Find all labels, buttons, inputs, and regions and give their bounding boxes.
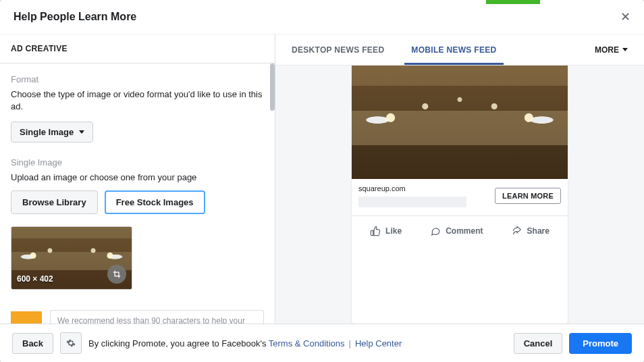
- share-icon: [512, 226, 522, 236]
- comment-label: Comment: [446, 226, 483, 236]
- free-stock-images-button[interactable]: Free Stock Images: [105, 190, 205, 214]
- divider: [352, 215, 568, 216]
- preview-area: squareup.com LEARN MORE Like C: [275, 66, 644, 324]
- promote-button[interactable]: Promote: [569, 333, 632, 354]
- image-thumbnail[interactable]: 600 × 402: [11, 226, 132, 290]
- ad-headline-placeholder: [358, 197, 466, 207]
- comment-icon: [430, 226, 441, 236]
- promote-modal: Help People Learn More ✕ AD CREATIVE For…: [0, 0, 644, 362]
- crop-icon[interactable]: [107, 265, 126, 284]
- left-panel: AD CREATIVE Format Choose the type of im…: [0, 34, 275, 324]
- modal-title: Help People Learn More: [14, 11, 136, 23]
- agree-pre: By clicking Promote, you agree to Facebo…: [88, 338, 269, 348]
- close-icon[interactable]: ✕: [620, 9, 630, 24]
- ad-image: [352, 66, 568, 179]
- share-button[interactable]: Share: [512, 226, 549, 236]
- share-label: Share: [527, 226, 549, 236]
- modal-body: AD CREATIVE Format Choose the type of im…: [0, 34, 644, 324]
- tab-desktop-news-feed[interactable]: DESKTOP NEWS FEED: [292, 36, 384, 64]
- format-value: Single Image: [20, 127, 74, 137]
- agree-text: By clicking Promote, you agree to Facebo…: [88, 338, 402, 348]
- top-accent: [486, 0, 540, 4]
- modal-header: Help People Learn More ✕: [0, 0, 644, 34]
- like-icon: [370, 226, 381, 236]
- settings-button[interactable]: [60, 332, 82, 354]
- pipe: |: [349, 338, 351, 348]
- recommendation-row: We recommend less than 90 characters to …: [11, 310, 264, 324]
- cancel-button[interactable]: Cancel: [514, 333, 563, 354]
- recommendation-text: We recommend less than 90 characters to …: [50, 310, 264, 324]
- tab-mobile-news-feed[interactable]: MOBILE NEWS FEED: [411, 36, 496, 64]
- single-image-desc: Upload an image or choose one from your …: [11, 172, 264, 184]
- like-button[interactable]: Like: [370, 226, 402, 236]
- warning-icon: [11, 311, 42, 324]
- format-dropdown[interactable]: Single Image: [11, 122, 93, 143]
- format-label: Format: [11, 74, 264, 84]
- chevron-down-icon: [622, 48, 628, 51]
- ad-domain: squareup.com: [358, 184, 466, 192]
- terms-link[interactable]: Terms & Conditions: [269, 338, 345, 348]
- preview-tabs: DESKTOP NEWS FEED MOBILE NEWS FEED MORE: [275, 34, 644, 66]
- left-content: Format Choose the type of image or video…: [0, 63, 275, 324]
- more-label: MORE: [595, 45, 619, 55]
- panel-section-title: AD CREATIVE: [0, 34, 275, 63]
- learn-more-button[interactable]: LEARN MORE: [495, 188, 561, 204]
- gear-icon: [66, 338, 76, 348]
- modal-footer: Back By clicking Promote, you agree to F…: [0, 324, 644, 362]
- thumbnail-dimensions: 600 × 402: [17, 274, 53, 284]
- scrollbar-thumb[interactable]: [270, 63, 275, 111]
- like-label: Like: [385, 226, 402, 236]
- format-desc: Choose the type of image or video format…: [11, 88, 264, 112]
- social-actions: Like Comment Share: [352, 220, 568, 243]
- more-dropdown[interactable]: MORE: [595, 45, 628, 55]
- right-panel: DESKTOP NEWS FEED MOBILE NEWS FEED MORE …: [275, 34, 644, 324]
- back-button[interactable]: Back: [12, 333, 53, 354]
- cta-row: squareup.com LEARN MORE: [352, 179, 568, 215]
- chevron-down-icon: [79, 130, 84, 134]
- ad-preview-card: squareup.com LEARN MORE Like C: [352, 66, 568, 324]
- comment-button[interactable]: Comment: [430, 226, 483, 236]
- help-center-link[interactable]: Help Center: [355, 338, 402, 348]
- single-image-label: Single Image: [11, 157, 264, 167]
- browse-library-button[interactable]: Browse Library: [11, 190, 98, 214]
